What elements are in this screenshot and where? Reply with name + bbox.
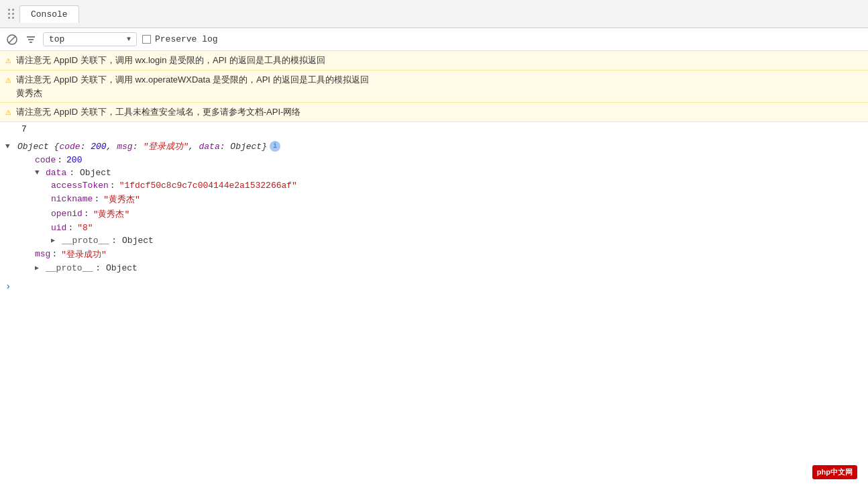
obj-key-code: code — [59, 142, 80, 152]
context-filter-dropdown[interactable]: top ▼ — [43, 32, 137, 46]
prop-openid-row: openid : "黄秀杰" — [5, 207, 863, 222]
number-log-row: 7 — [0, 122, 868, 136]
prop-key-proto1: __proto__ — [62, 236, 109, 246]
collapse-triangle-icon[interactable]: ▼ — [5, 142, 15, 150]
proto2-expand-icon[interactable]: ▶ — [35, 264, 44, 272]
clear-console-button[interactable] — [5, 33, 19, 46]
prop-key-uid: uid — [51, 223, 66, 233]
prop-nickname-row: nickname : "黄秀杰" — [5, 192, 863, 207]
number-value: 7 — [21, 124, 27, 134]
object-root-row[interactable]: ▼ Object {code: 200, msg: "登录成功", data: … — [5, 139, 863, 154]
preserve-log-checkbox[interactable] — [142, 35, 151, 44]
filter-icon — [24, 33, 38, 46]
obj-key-msg: msg — [117, 142, 132, 152]
console-content: ⚠ 请注意无 AppID 关联下，调用 wx.login 是受限的，API 的返… — [0, 51, 868, 490]
php-logo[interactable]: php中文网 — [812, 465, 857, 479]
svg-line-1 — [9, 36, 15, 43]
prop-accesstoken-row: accessToken : "1fdcf50c8c9c7c004144e2a15… — [5, 179, 863, 192]
console-tab[interactable]: Console — [19, 5, 79, 23]
obj-val-msg: "登录成功" — [143, 142, 188, 152]
warning-icon: ⚠ — [5, 54, 11, 66]
drag-handle[interactable] — [5, 6, 17, 21]
prop-key-data: data — [46, 168, 66, 178]
warning-row: ⚠ 请注意无 AppID 关联下，调用 wx.operateWXData 是受限… — [0, 70, 868, 103]
obj-val-data: Object — [230, 142, 262, 152]
warning-icon: ⚠ — [5, 106, 11, 117]
header-bar: Console — [0, 0, 868, 28]
prop-val-nickname: "黄秀杰" — [103, 193, 140, 205]
warning-row: ⚠ 请注意无 AppID 关联下，工具未检查安全域名，更多请参考文档-API-网… — [0, 103, 868, 122]
object-tree-section: ▼ Object {code: 200, msg: "登录成功", data: … — [0, 136, 868, 277]
console-input-row[interactable]: › — [0, 277, 868, 296]
prop-key-proto2: __proto__ — [46, 263, 93, 273]
prop-val-proto1: Object — [122, 236, 154, 246]
warning-row: ⚠ 请注意无 AppID 关联下，调用 wx.login 是受限的，API 的返… — [0, 51, 868, 70]
prop-val-code: 200 — [66, 155, 82, 165]
prop-val-msg: "登录成功" — [61, 248, 107, 260]
prop-val-openid: "黄秀杰" — [93, 208, 130, 220]
prop-val-accesstoken: "1fdcf50c8c9c7c004144e2a1532266af" — [119, 181, 297, 191]
prop-key-accesstoken: accessToken — [51, 181, 109, 191]
dropdown-arrow-icon: ▼ — [127, 36, 131, 43]
warning-icon: ⚠ — [5, 74, 11, 85]
proto1-expand-icon[interactable]: ▶ — [51, 236, 60, 244]
warning-text-1: 请注意无 AppID 关联下，调用 wx.login 是受限的，API 的返回是… — [16, 54, 325, 67]
prop-key-openid: openid — [51, 209, 83, 219]
data-collapse-icon[interactable]: ▼ — [35, 168, 44, 177]
prop-key-nickname: nickname — [51, 194, 93, 204]
php-logo-text: php中文网 — [817, 468, 853, 476]
warning-text-3: 请注意无 AppID 关联下，工具未检查安全域名，更多请参考文档-API-网络 — [16, 105, 301, 119]
prop-val-data: Object — [80, 168, 111, 178]
prop-key-msg: msg — [35, 249, 50, 259]
warning-text-2: 请注意无 AppID 关联下，调用 wx.operateWXData 是受限的，… — [16, 73, 368, 87]
preserve-log-area: Preserve log — [142, 34, 218, 44]
prop-data-row[interactable]: ▼ data : Object — [5, 166, 863, 179]
prompt-arrow-icon: › — [5, 281, 11, 292]
prop-val-proto2: Object — [106, 263, 138, 273]
prop-msg-row: msg : "登录成功" — [5, 247, 863, 262]
info-icon[interactable]: i — [270, 141, 280, 152]
prop-key-code: code — [35, 155, 56, 165]
obj-brace-open: Object { — [17, 142, 59, 152]
proto2-row[interactable]: ▶ __proto__ : Object — [5, 262, 863, 275]
log-name: 黄秀杰 — [16, 86, 368, 99]
proto1-row[interactable]: ▶ __proto__ : Object — [5, 234, 863, 247]
console-input[interactable] — [13, 281, 863, 291]
toolbar: top ▼ Preserve log — [0, 28, 868, 51]
preserve-log-label: Preserve log — [155, 34, 218, 44]
prop-code-row: code : 200 — [5, 154, 863, 166]
prop-uid-row: uid : "8" — [5, 222, 863, 234]
filter-value: top — [49, 34, 124, 44]
prop-val-uid: "8" — [77, 223, 93, 233]
obj-key-data: data — [199, 142, 220, 152]
obj-val-code: 200 — [91, 142, 106, 152]
